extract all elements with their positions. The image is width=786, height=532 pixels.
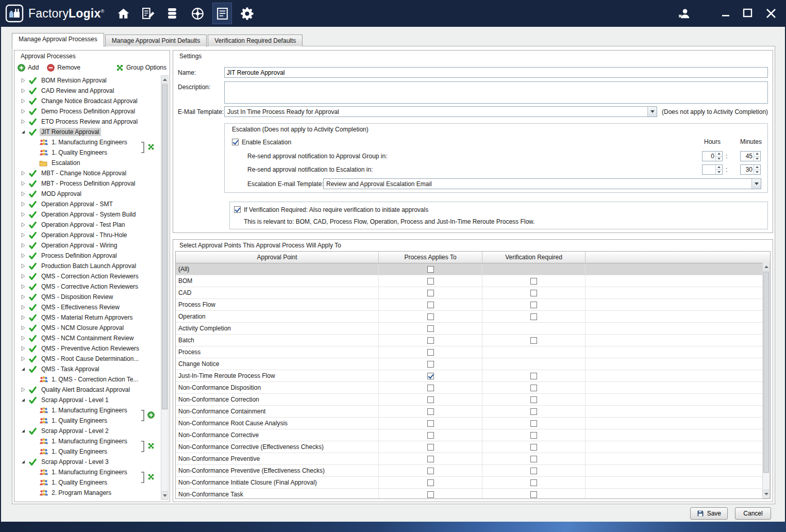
home-icon[interactable] bbox=[113, 3, 133, 24]
tree-item[interactable]: Scrap Approval - Level 1 bbox=[15, 395, 161, 405]
process-applies-checkbox[interactable] bbox=[427, 396, 434, 403]
approval-point-row[interactable]: Process bbox=[176, 346, 762, 358]
tree-item[interactable]: Escalation bbox=[15, 158, 161, 168]
tree-item[interactable]: CAD Review and Approval bbox=[15, 86, 161, 96]
tree-item[interactable]: QMS - Correction Action Reviewers bbox=[15, 271, 161, 281]
process-applies-checkbox[interactable] bbox=[427, 361, 434, 368]
expander-collapsed-icon[interactable] bbox=[21, 335, 29, 341]
tree-item[interactable]: 1. Manufacturing Engineers bbox=[15, 467, 161, 477]
minimize-button[interactable] bbox=[720, 8, 731, 19]
process-applies-checkbox[interactable] bbox=[427, 337, 434, 344]
expander-expanded-icon[interactable] bbox=[21, 428, 29, 434]
tree-item[interactable]: QMS - Disposition Review bbox=[15, 292, 161, 302]
tree-item[interactable]: Operation Approval - Test Plan bbox=[15, 220, 161, 230]
hours-spinner-approval-group[interactable]: 0 bbox=[702, 151, 723, 161]
email-template-select[interactable]: Just In Time Process Ready for Approval bbox=[224, 106, 657, 117]
scroll-thumb[interactable] bbox=[763, 272, 769, 473]
process-applies-checkbox[interactable] bbox=[427, 325, 434, 332]
approval-point-row[interactable]: Non-Conformance Initiate Closure (Final … bbox=[176, 477, 762, 489]
tree-item[interactable]: Operation Approval - Wiring bbox=[15, 240, 161, 251]
tree-item[interactable]: 1. Manufacturing Engineers bbox=[15, 436, 161, 446]
expander-collapsed-icon[interactable] bbox=[21, 242, 29, 248]
process-applies-checkbox[interactable] bbox=[427, 491, 434, 498]
tree-item[interactable]: Change Notice Broadcast Approval bbox=[15, 96, 161, 106]
group-options-button[interactable]: Group Options bbox=[116, 64, 166, 72]
tree-item[interactable]: MOD Approval bbox=[15, 189, 161, 199]
process-applies-checkbox[interactable] bbox=[427, 290, 434, 296]
approval-point-row[interactable]: BOM bbox=[176, 275, 762, 287]
enable-escalation-checkbox[interactable] bbox=[232, 139, 239, 145]
tree-item[interactable]: MBT - Change Notice Approval bbox=[15, 168, 161, 178]
tree-item[interactable]: 2. Program Managers bbox=[15, 488, 161, 498]
expander-collapsed-icon[interactable] bbox=[21, 314, 29, 321]
verification-required-checkbox[interactable] bbox=[530, 491, 537, 498]
description-input[interactable] bbox=[224, 81, 768, 104]
tree-item[interactable]: Production Batch Launch Approval bbox=[15, 261, 161, 271]
remove-button[interactable]: Remove bbox=[47, 64, 80, 72]
expander-collapsed-icon[interactable] bbox=[21, 98, 29, 104]
group-options-icon[interactable] bbox=[147, 473, 155, 481]
tree-item[interactable]: Scrap Approval - Level 2 bbox=[15, 426, 161, 436]
approval-point-row[interactable]: Activity Completion bbox=[176, 323, 762, 335]
column-header-blank[interactable] bbox=[586, 252, 770, 263]
tab-manage-approval-point-defaults[interactable]: Manage Approval Point Defaults bbox=[105, 35, 207, 46]
verification-required-checkbox[interactable] bbox=[530, 479, 537, 486]
tree-item[interactable]: QMS - Material Return Approvers bbox=[15, 312, 161, 323]
verification-required-checkbox[interactable] bbox=[234, 206, 241, 213]
process-applies-checkbox[interactable] bbox=[427, 444, 434, 451]
expander-collapsed-icon[interactable] bbox=[21, 108, 29, 114]
approval-point-row[interactable]: (All) bbox=[176, 263, 762, 275]
process-applies-checkbox[interactable] bbox=[427, 432, 434, 439]
tree-item[interactable]: 1. Quality Engineers bbox=[15, 446, 161, 457]
tree-scrollbar[interactable] bbox=[161, 75, 169, 500]
approval-point-row[interactable]: Batch bbox=[176, 335, 762, 346]
tree-item[interactable]: QMS - Preventive Action Reviewers bbox=[15, 343, 161, 354]
expander-collapsed-icon[interactable] bbox=[21, 170, 29, 176]
tree-item[interactable]: 1. QMS - Correction Action Te... bbox=[15, 374, 161, 385]
expander-collapsed-icon[interactable] bbox=[21, 88, 29, 94]
save-button[interactable]: Save bbox=[690, 507, 728, 520]
expander-expanded-icon[interactable] bbox=[21, 459, 29, 465]
process-applies-checkbox[interactable] bbox=[427, 479, 434, 486]
tree-item[interactable]: QMS - Corrective Action Reviewers bbox=[15, 281, 161, 292]
process-applies-checkbox[interactable] bbox=[427, 266, 434, 273]
table-scrollbar[interactable] bbox=[762, 263, 770, 498]
tree-item[interactable]: Process Definition Approval bbox=[15, 251, 161, 261]
minutes-spinner-escalation[interactable]: 30 bbox=[740, 164, 761, 175]
group-options-icon[interactable] bbox=[147, 143, 155, 151]
expander-expanded-icon[interactable] bbox=[21, 366, 29, 372]
group-options-icon[interactable] bbox=[147, 442, 155, 450]
approval-point-row[interactable]: Operation bbox=[176, 311, 762, 323]
approvals-panel-icon[interactable] bbox=[212, 3, 232, 24]
verification-required-checkbox[interactable] bbox=[530, 432, 537, 439]
minutes-spinner-approval-group[interactable]: 45 bbox=[740, 151, 761, 161]
process-applies-checkbox[interactable] bbox=[427, 302, 434, 308]
expander-collapsed-icon[interactable] bbox=[21, 191, 29, 197]
name-input[interactable] bbox=[224, 67, 768, 78]
expander-collapsed-icon[interactable] bbox=[21, 294, 29, 300]
expander-collapsed-icon[interactable] bbox=[21, 222, 29, 228]
expander-collapsed-icon[interactable] bbox=[21, 211, 29, 218]
spinner-arrows-icon[interactable] bbox=[754, 165, 760, 174]
verification-required-checkbox[interactable] bbox=[530, 408, 537, 415]
scroll-up-arrow[interactable] bbox=[161, 76, 168, 84]
tree-item[interactable]: Demo Process Definition Approval bbox=[15, 106, 161, 117]
tree-item[interactable]: 1. Quality Engineers bbox=[15, 477, 161, 488]
expander-expanded-icon[interactable] bbox=[21, 397, 29, 403]
verification-required-checkbox[interactable] bbox=[530, 278, 537, 285]
verification-required-checkbox[interactable] bbox=[530, 444, 537, 451]
verification-required-checkbox[interactable] bbox=[530, 468, 537, 474]
scroll-down-arrow[interactable] bbox=[161, 491, 168, 500]
tree-item[interactable]: JIT Reroute Approval bbox=[15, 127, 161, 137]
expander-collapsed-icon[interactable] bbox=[21, 201, 29, 207]
spinner-arrows-icon[interactable] bbox=[715, 152, 722, 161]
process-applies-checkbox[interactable] bbox=[427, 349, 434, 356]
cancel-button[interactable]: Cancel bbox=[735, 507, 771, 520]
expander-collapsed-icon[interactable] bbox=[21, 345, 29, 352]
escalation-email-template-select[interactable]: Review and Approval Escalation Email bbox=[323, 178, 761, 189]
spinner-arrows-icon[interactable] bbox=[754, 152, 760, 161]
approval-point-row[interactable]: Non-Conformance Preventive (Effectivenes… bbox=[176, 465, 762, 477]
tab-manage-approval-processes[interactable]: Manage Approval Processes bbox=[12, 33, 104, 47]
spinner-arrows-icon[interactable] bbox=[715, 165, 722, 174]
expander-collapsed-icon[interactable] bbox=[21, 253, 29, 259]
